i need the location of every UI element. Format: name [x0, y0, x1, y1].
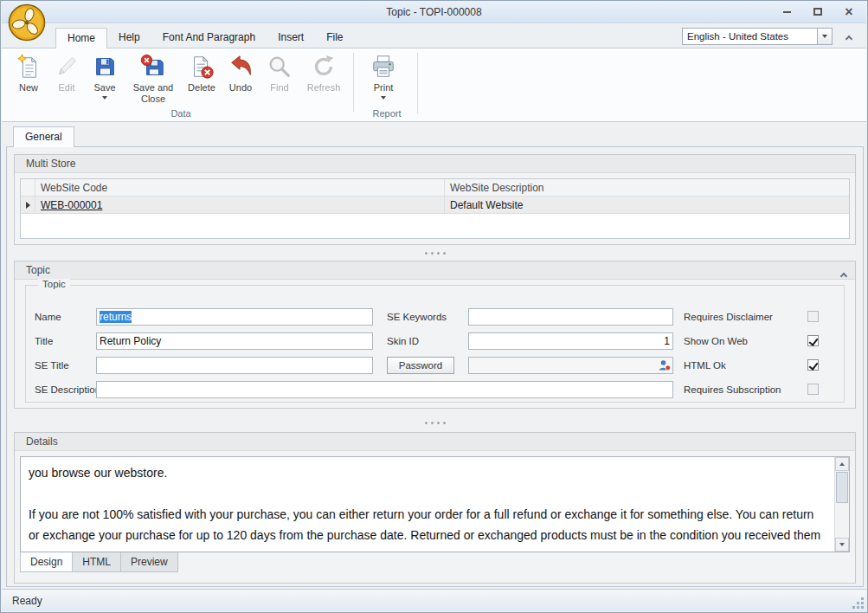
website-grid: WebSite Code WebSite Description WEB-000…: [20, 178, 850, 239]
edit-button[interactable]: Edit: [48, 51, 85, 94]
save-and-close-button[interactable]: Save and Close: [125, 51, 182, 105]
grid-cell-website-description[interactable]: Default Website: [445, 197, 849, 213]
edit-button-label: Edit: [59, 82, 75, 94]
requires-subscription-checkbox[interactable]: [807, 384, 819, 395]
scrollbar-up-button[interactable]: [835, 457, 849, 471]
title-label: Title: [35, 332, 53, 350]
find-button-label: Find: [270, 82, 288, 94]
splitter-handle[interactable]: [14, 248, 856, 258]
se-description-label: SE Description: [35, 381, 100, 398]
name-label: Name: [35, 308, 61, 326]
website-code-link[interactable]: WEB-000001: [41, 199, 102, 211]
arrow-down-icon: [839, 543, 845, 546]
requires-disclaimer-checkbox[interactable]: [807, 311, 819, 322]
maximize-button[interactable]: [809, 4, 826, 19]
print-icon: [370, 54, 396, 80]
resize-grip[interactable]: [861, 606, 864, 609]
maximize-icon: [813, 8, 822, 16]
delete-button[interactable]: Delete: [182, 51, 222, 94]
tab-design[interactable]: Design: [20, 552, 73, 572]
grid-column-header-website-code[interactable]: WebSite Code: [35, 179, 445, 196]
undo-icon: [228, 54, 254, 80]
ribbon-tab-home[interactable]: Home: [55, 28, 107, 48]
name-input[interactable]: returns: [96, 308, 373, 326]
grid-row-indicator: [21, 197, 35, 213]
se-keywords-input[interactable]: [468, 308, 673, 326]
selected-text: returns: [100, 311, 132, 323]
details-group-title: Details: [26, 436, 58, 448]
new-button[interactable]: New: [9, 51, 48, 94]
title-input[interactable]: Return Policy: [96, 332, 373, 350]
scrollbar-thumb[interactable]: [836, 472, 848, 503]
scrollbar-down-button[interactable]: [835, 538, 849, 552]
ribbon-group-separator: [353, 53, 354, 112]
vertical-scrollbar[interactable]: [834, 457, 849, 552]
skin-id-label: Skin ID: [387, 332, 419, 350]
grid-column-header-website-description[interactable]: WebSite Description: [445, 179, 849, 196]
save-button[interactable]: Save: [85, 51, 125, 100]
html-ok-checkbox[interactable]: [807, 359, 819, 371]
tab-general[interactable]: General: [13, 126, 74, 147]
se-description-input[interactable]: [96, 381, 673, 398]
undo-button-label: Undo: [229, 82, 252, 94]
ribbon-button-row: New Edit: [9, 51, 408, 112]
password-input[interactable]: [468, 357, 673, 374]
minimize-button[interactable]: [778, 4, 795, 19]
multi-store-group-title: Multi Store: [26, 158, 75, 170]
ribbon-group-label-data: Data: [9, 108, 353, 119]
topic-group: Topic Topic Name returns SE Keywords Req…: [14, 261, 856, 409]
language-select[interactable]: English - United States: [682, 28, 833, 45]
html-ok-label: HTML Ok: [684, 357, 726, 374]
editor-content[interactable]: you browse our webstore. If you are not …: [29, 462, 826, 551]
find-button[interactable]: Find: [260, 51, 299, 94]
save-icon: [92, 54, 118, 80]
password-button[interactable]: Password: [387, 357, 454, 374]
refresh-button[interactable]: Refresh: [299, 51, 348, 94]
tab-html[interactable]: HTML: [72, 552, 121, 572]
status-text: Ready: [12, 595, 42, 607]
title-bar: Topic - TOPI-000008 ×: [2, 1, 866, 23]
details-editor[interactable]: you browse our webstore. If you are not …: [20, 456, 850, 552]
save-and-close-button-label: Save and Close: [125, 82, 182, 105]
splitter-handle[interactable]: [14, 417, 856, 428]
skin-id-input[interactable]: 1: [468, 332, 673, 350]
undo-button[interactable]: Undo: [222, 51, 260, 94]
status-bar: Ready: [2, 589, 866, 611]
ribbon-tab-insert[interactable]: Insert: [267, 28, 315, 48]
topic-group-title: Topic: [26, 264, 50, 276]
print-button[interactable]: Print: [359, 51, 408, 100]
multi-store-group: Multi Store WebSite Code WebSite Descrip…: [14, 154, 856, 245]
close-icon: ×: [845, 6, 852, 18]
multi-store-group-header: Multi Store: [15, 155, 855, 173]
collapse-group-button[interactable]: [841, 267, 846, 284]
delete-icon: [189, 54, 215, 80]
edit-pencil-icon: [54, 54, 80, 80]
language-select-dropdown-button[interactable]: [817, 29, 832, 44]
se-title-input[interactable]: [96, 357, 373, 374]
grid-cell-website-code[interactable]: WEB-000001: [35, 197, 445, 213]
arrow-up-icon: [839, 462, 845, 466]
save-button-label: Save: [93, 82, 115, 94]
ribbon-tab-font-and-paragraph[interactable]: Font And Paragraph: [151, 28, 267, 48]
ribbon-tab-help[interactable]: Help: [107, 28, 151, 48]
ribbon-group-separator: [417, 53, 418, 113]
window-title: Topic - TOPI-000008: [2, 6, 866, 18]
password-user-icon[interactable]: [659, 359, 671, 371]
new-button-label: New: [19, 82, 38, 94]
close-button[interactable]: ×: [840, 4, 858, 19]
language-select-value: English - United States: [687, 31, 788, 42]
tab-preview[interactable]: Preview: [120, 552, 178, 572]
ribbon-tab-file[interactable]: File: [315, 28, 354, 48]
show-on-web-checkbox[interactable]: [807, 335, 819, 346]
grid-indicator-header: [21, 179, 35, 196]
ribbon-collapse-button[interactable]: [841, 29, 857, 45]
refresh-icon: [311, 54, 337, 80]
editor-view-tabs: Design HTML Preview: [20, 552, 177, 572]
topic-group-header: Topic: [15, 261, 855, 280]
chevron-up-icon: [840, 273, 847, 280]
chevron-up-icon: [845, 35, 852, 42]
table-row[interactable]: WEB-000001 Default Website: [21, 197, 849, 214]
ribbon-group-label-report: Report: [359, 108, 415, 119]
topic-fieldset-title: Topic: [38, 279, 70, 289]
requires-disclaimer-label: Requires Disclaimer: [684, 308, 773, 326]
